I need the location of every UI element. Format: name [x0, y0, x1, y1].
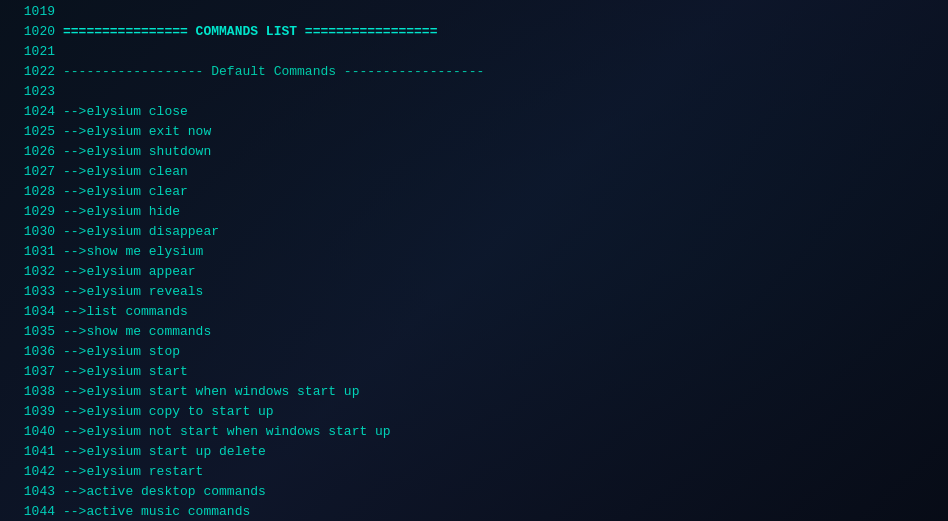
terminal-line: 1020================ COMMANDS LIST =====…: [0, 22, 948, 42]
line-number: 1037: [10, 362, 55, 382]
terminal-line: 1033-->elysium reveals: [0, 282, 948, 302]
line-number: 1026: [10, 142, 55, 162]
terminal-line: 1043-->active desktop commands: [0, 482, 948, 502]
terminal-line: 1042-->elysium restart: [0, 462, 948, 482]
terminal-line: 1035-->show me commands: [0, 322, 948, 342]
line-content: -->list commands: [63, 302, 188, 322]
line-number: 1021: [10, 42, 55, 62]
terminal-line: 1022------------------ Default Commands …: [0, 62, 948, 82]
line-number: 1040: [10, 422, 55, 442]
line-number: 1039: [10, 402, 55, 422]
line-number: 1044: [10, 502, 55, 521]
line-number: 1032: [10, 262, 55, 282]
line-number: 1027: [10, 162, 55, 182]
line-number: 1024: [10, 102, 55, 122]
line-number: 1031: [10, 242, 55, 262]
line-number: 1023: [10, 82, 55, 102]
line-number: 1019: [10, 2, 55, 22]
terminal-line: 1024-->elysium close: [0, 102, 948, 122]
line-content: -->elysium copy to start up: [63, 402, 274, 422]
terminal-line: 1031-->show me elysium: [0, 242, 948, 262]
line-number: 1022: [10, 62, 55, 82]
line-number: 1028: [10, 182, 55, 202]
line-number: 1033: [10, 282, 55, 302]
line-number: 1034: [10, 302, 55, 322]
terminal-line: 1021: [0, 42, 948, 62]
line-content: -->elysium reveals: [63, 282, 203, 302]
line-content: -->elysium start up delete: [63, 442, 266, 462]
terminal-line: 1036-->elysium stop: [0, 342, 948, 362]
line-content: [63, 42, 71, 62]
line-content: -->elysium not start when windows start …: [63, 422, 391, 442]
line-content: ------------------ Default Commands ----…: [63, 62, 484, 82]
line-content: -->elysium restart: [63, 462, 203, 482]
terminal-line: 1029-->elysium hide: [0, 202, 948, 222]
line-content: -->elysium disappear: [63, 222, 219, 242]
line-number: 1025: [10, 122, 55, 142]
terminal-line: 1037-->elysium start: [0, 362, 948, 382]
line-content: -->elysium start: [63, 362, 188, 382]
line-number: 1035: [10, 322, 55, 342]
terminal-line: 1026-->elysium shutdown: [0, 142, 948, 162]
terminal-line: 1023: [0, 82, 948, 102]
line-number: 1020: [10, 22, 55, 42]
terminal-line: 1041-->elysium start up delete: [0, 442, 948, 462]
terminal-line: 1027-->elysium clean: [0, 162, 948, 182]
terminal-line: 1019: [0, 2, 948, 22]
terminal-line: 1034-->list commands: [0, 302, 948, 322]
line-content: [63, 2, 71, 22]
line-number: 1036: [10, 342, 55, 362]
line-content: -->elysium clear: [63, 182, 188, 202]
terminal-line: 1040-->elysium not start when windows st…: [0, 422, 948, 442]
line-number: 1043: [10, 482, 55, 502]
line-content: -->show me commands: [63, 322, 211, 342]
terminal-line: 1038-->elysium start when windows start …: [0, 382, 948, 402]
line-number: 1029: [10, 202, 55, 222]
terminal-line: 1032-->elysium appear: [0, 262, 948, 282]
line-number: 1038: [10, 382, 55, 402]
line-content: -->elysium stop: [63, 342, 180, 362]
terminal-line: 1039-->elysium copy to start up: [0, 402, 948, 422]
line-number: 1041: [10, 442, 55, 462]
line-content: -->active music commands: [63, 502, 250, 521]
line-number: 1042: [10, 462, 55, 482]
line-content: -->elysium exit now: [63, 122, 211, 142]
line-content: -->elysium hide: [63, 202, 180, 222]
line-content: ================ COMMANDS LIST =========…: [63, 22, 437, 42]
terminal-window: 1019 1020================ COMMANDS LIST …: [0, 0, 948, 521]
terminal-line: 1044-->active music commands: [0, 502, 948, 521]
terminal-line: 1028-->elysium clear: [0, 182, 948, 202]
line-content: -->elysium close: [63, 102, 188, 122]
line-content: [63, 82, 71, 102]
line-number: 1030: [10, 222, 55, 242]
terminal-line: 1030-->elysium disappear: [0, 222, 948, 242]
line-content: -->elysium appear: [63, 262, 196, 282]
line-content: -->elysium shutdown: [63, 142, 211, 162]
line-content: -->elysium clean: [63, 162, 188, 182]
terminal-line: 1025-->elysium exit now: [0, 122, 948, 142]
line-content: -->show me elysium: [63, 242, 203, 262]
line-content: -->active desktop commands: [63, 482, 266, 502]
line-content: -->elysium start when windows start up: [63, 382, 359, 402]
